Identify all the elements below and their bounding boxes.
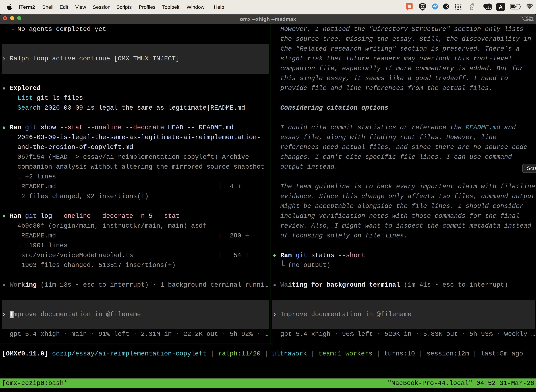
svg-text:..61: ..61 — [486, 6, 491, 9]
